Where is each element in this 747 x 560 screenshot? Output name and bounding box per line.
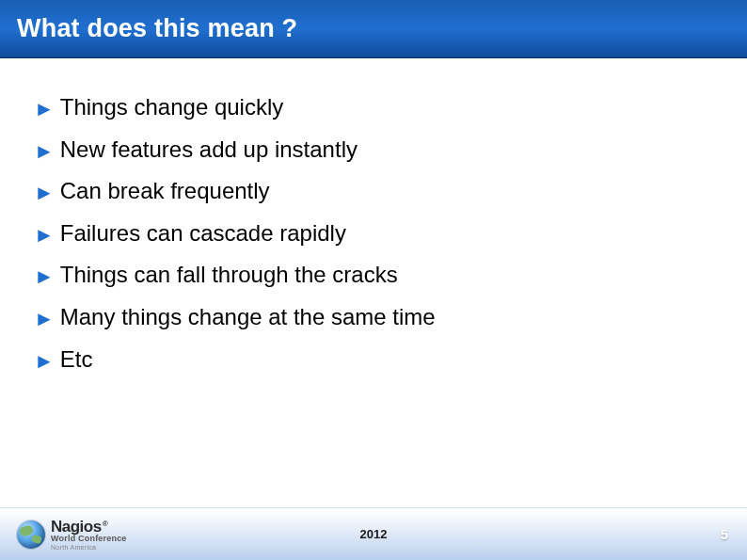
play-bullet-icon: ►	[34, 349, 55, 373]
footer-bar: Nagios® World Conference North America 2…	[0, 507, 747, 560]
globe-icon	[17, 520, 45, 549]
play-bullet-icon: ►	[34, 307, 55, 330]
list-item: ► Many things change at the same time	[34, 304, 713, 330]
list-item: ► Failures can cascade rapidly	[34, 220, 713, 247]
play-bullet-icon: ►	[34, 181, 55, 204]
bullet-text: Things change quickly	[60, 94, 283, 120]
bullet-text: Many things change at the same time	[60, 304, 436, 330]
footer-brand: Nagios® World Conference North America	[0, 519, 127, 551]
brand-text: Nagios® World Conference North America	[51, 519, 127, 551]
play-bullet-icon: ►	[34, 139, 55, 163]
play-bullet-icon: ►	[34, 223, 55, 247]
slide-title: What does this mean ?	[17, 14, 297, 43]
bullet-text: New features add up instantly	[60, 136, 358, 163]
list-item: ► Things can fall through the cracks	[34, 262, 713, 288]
bullet-text: Etc	[60, 346, 93, 373]
list-item: ► Etc	[34, 346, 713, 373]
list-item: ► Can break frequently	[34, 178, 713, 204]
list-item: ► New features add up instantly	[34, 136, 713, 163]
bullet-text: Failures can cascade rapidly	[60, 220, 346, 247]
registered-icon: ®	[103, 520, 108, 528]
content-area: ► Things change quickly ► New features a…	[0, 58, 747, 560]
bullet-list: ► Things change quickly ► New features a…	[34, 94, 713, 372]
page-number: 5	[721, 526, 728, 542]
brand-region: North America	[51, 544, 127, 551]
play-bullet-icon: ►	[34, 97, 55, 120]
list-item: ► Things change quickly	[34, 94, 713, 120]
title-bar: What does this mean ?	[0, 0, 747, 58]
bullet-text: Things can fall through the cracks	[60, 262, 398, 288]
slide: What does this mean ? ► Things change qu…	[0, 0, 747, 560]
play-bullet-icon: ►	[34, 264, 55, 288]
bullet-text: Can break frequently	[60, 178, 270, 204]
brand-main-line: Nagios®	[51, 519, 127, 535]
footer-year: 2012	[360, 527, 388, 541]
brand-name: Nagios	[51, 518, 102, 536]
